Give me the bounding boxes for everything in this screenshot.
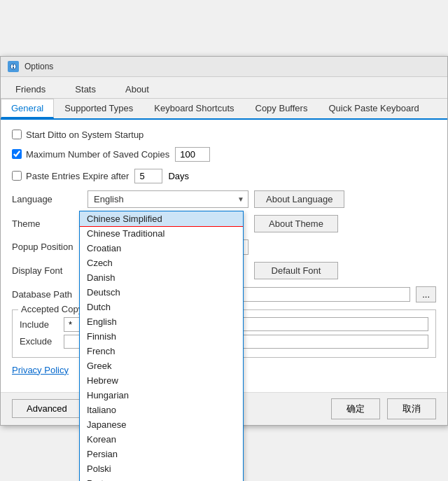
default-font-button[interactable]: Default Font: [254, 262, 338, 279]
ok-button[interactable]: 确定: [331, 398, 380, 419]
language-select[interactable]: English: [88, 190, 248, 208]
paste-expire-label[interactable]: Paste Entries Expire after: [12, 171, 129, 181]
dropdown-item-hebrew[interactable]: Hebrew: [80, 373, 243, 388]
svg-rect-1: [13, 64, 14, 66]
options-icon: [8, 61, 19, 72]
max-copies-input[interactable]: [175, 147, 210, 162]
dropdown-item-french[interactable]: French: [80, 344, 243, 358]
include-label: Include: [20, 319, 58, 330]
privacy-policy-link[interactable]: Privacy Policy: [12, 365, 69, 375]
language-dropdown[interactable]: Chinese Simplified Chinese Traditional C…: [79, 211, 244, 482]
language-label: Language: [12, 194, 82, 204]
tab-copy-buffers[interactable]: Copy Buffers: [245, 99, 318, 118]
startup-label[interactable]: Start Ditto on System Startup: [12, 130, 144, 140]
dropdown-item-czech[interactable]: Czech: [80, 256, 243, 270]
dropdown-item-danish[interactable]: Danish: [80, 270, 243, 285]
dropdown-item-japanese[interactable]: Japanese: [80, 417, 243, 432]
dropdown-item-persian[interactable]: Persian: [80, 447, 243, 461]
cancel-button[interactable]: 取消: [387, 398, 436, 419]
dropdown-item-greek[interactable]: Greek: [80, 358, 243, 373]
dropdown-item-chinese-simplified[interactable]: Chinese Simplified: [80, 211, 243, 226]
dropdown-item-finnish[interactable]: Finnish: [80, 329, 243, 344]
window-title: Options: [24, 62, 53, 71]
svg-rect-2: [13, 67, 14, 69]
top-tab-row: Friends Stats About: [1, 77, 447, 99]
startup-row: Start Ditto on System Startup: [12, 130, 436, 140]
content-area: Start Ditto on System Startup Maximum Nu…: [1, 120, 447, 392]
popup-position-label: Popup Position: [12, 242, 82, 252]
advanced-button[interactable]: Advanced: [12, 399, 82, 418]
dropdown-item-italiano[interactable]: Italiano: [80, 403, 243, 417]
startup-checkbox[interactable]: [12, 130, 22, 139]
tab-keyboard-shortcuts[interactable]: Keyboard Shortcuts: [144, 99, 244, 118]
tab-about[interactable]: About: [111, 80, 164, 98]
database-path-browse-button[interactable]: ...: [416, 286, 436, 302]
title-bar: Options: [1, 57, 447, 77]
dropdown-item-hungarian[interactable]: Hungarian: [80, 388, 243, 403]
database-path-label: Database Path: [12, 289, 82, 300]
paste-expire-row: Paste Entries Expire after Days: [12, 169, 436, 183]
language-row: Language English ▼ About Language: [12, 190, 436, 208]
dropdown-item-portuguese[interactable]: Portuguese: [80, 476, 243, 482]
exclude-label: Exclude: [20, 336, 58, 347]
dropdown-item-english[interactable]: English: [80, 314, 243, 329]
max-copies-checkbox[interactable]: [12, 149, 22, 159]
paste-expire-input[interactable]: [134, 169, 162, 183]
tab-supported-types[interactable]: Supported Types: [54, 99, 144, 118]
display-font-label: Display Font: [12, 265, 82, 276]
dropdown-item-chinese-traditional[interactable]: Chinese Traditional: [80, 226, 243, 241]
max-copies-row: Maximum Number of Saved Copies: [12, 147, 436, 162]
dropdown-item-deutsch[interactable]: Deutsch: [80, 285, 243, 300]
language-select-wrapper: English ▼: [88, 190, 248, 208]
tab-general[interactable]: General: [1, 99, 54, 118]
bottom-tab-row: General Supported Types Keyboard Shortcu…: [1, 99, 447, 120]
tab-friends[interactable]: Friends: [1, 80, 60, 98]
dropdown-item-dutch[interactable]: Dutch: [80, 300, 243, 314]
paste-expire-checkbox[interactable]: [12, 171, 22, 181]
max-copies-label[interactable]: Maximum Number of Saved Copies: [12, 149, 169, 160]
about-theme-button[interactable]: About Theme: [254, 215, 338, 232]
dropdown-item-polski[interactable]: Polski: [80, 461, 243, 476]
about-language-button[interactable]: About Language: [254, 190, 344, 208]
dropdown-item-croatian[interactable]: Croatian: [80, 241, 243, 256]
dropdown-item-korean[interactable]: Korean: [80, 432, 243, 447]
days-label: Days: [168, 171, 189, 181]
options-window: Options Friends Stats About General Supp…: [0, 56, 448, 426]
tab-quick-paste-keyboard[interactable]: Quick Paste Keyboard: [318, 99, 429, 118]
theme-label: Theme: [12, 218, 82, 229]
tab-stats[interactable]: Stats: [60, 80, 111, 98]
